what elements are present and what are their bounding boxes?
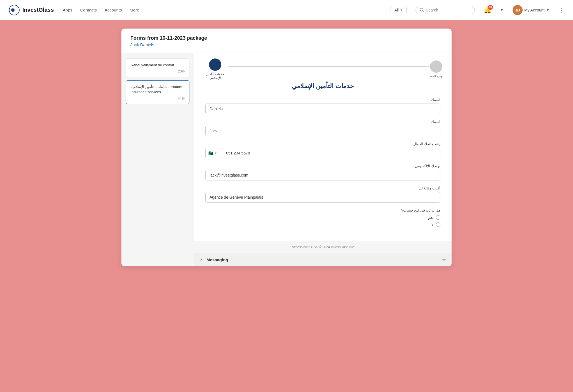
progress-label-1: توقيع العقد <box>429 74 443 78</box>
agency-select[interactable]: Agence de Genève Plainpalais <box>205 192 440 203</box>
radio-label-yes: نعم <box>428 215 434 220</box>
field-label-agency: أقرب وكالة لك <box>205 186 440 190</box>
field-input-firstname[interactable] <box>205 126 440 136</box>
sidebar-item-0[interactable]: Renouvellement de contrat 20% <box>126 58 189 77</box>
phone-input[interactable] <box>222 148 440 158</box>
notification-badge: 10 <box>488 5 493 10</box>
form-footer: Accessibilité RSS © 2024 InvestGlass NV <box>194 241 452 253</box>
card-header: Forms from 16-11-2023 package Jack Danie… <box>121 29 452 53</box>
field-label-account: هل ترغب في فتح حساب؟ <box>205 208 440 212</box>
notifications-button[interactable]: 🔔 10 <box>484 6 491 14</box>
flag-icon: 🇸🇦 <box>208 151 213 155</box>
field-group-email: بريدك الإلكتروني <box>205 164 440 180</box>
nav-link-apps[interactable]: Apps <box>63 8 72 12</box>
my-account-button[interactable]: JD My Account ▼ <box>513 5 549 15</box>
navbar: InvestGlass Apps Contacts Accounts More … <box>0 0 573 20</box>
field-label-phone: رقم هاتفك الجوال <box>205 142 440 146</box>
messaging-toggle-icon[interactable]: ∧ <box>200 257 203 262</box>
nav-link-more[interactable]: More <box>130 8 139 12</box>
nav-links: Apps Contacts Accounts More <box>63 8 139 12</box>
phone-country-select[interactable]: 🇸🇦 ▼ <box>205 148 220 158</box>
messaging-edit-icon[interactable]: ✏ <box>442 257 446 262</box>
form-main-title: خدمات التأمين الإسلامي <box>205 83 440 90</box>
footer-text: Accessibilité RSS © 2024 InvestGlass NV <box>292 245 354 249</box>
field-label-lastname: اسمك <box>205 98 440 102</box>
field-label-email: بريدك الإلكتروني <box>205 164 440 168</box>
field-group-account: هل ترغب في فتح حساب؟ نعم لا <box>205 208 440 227</box>
account-caret-icon: ▼ <box>546 8 549 12</box>
form-area: خدمات التأمين الإسلامي توقيع العقد خدمات… <box>194 53 452 266</box>
phone-row: 🇸🇦 ▼ <box>205 148 440 158</box>
field-group-phone: رقم هاتفك الجوال 🇸🇦 ▼ <box>205 142 440 158</box>
progress-circle-inactive <box>430 60 442 73</box>
sidebar-item-percent-0: 20% <box>131 69 185 73</box>
search-box <box>415 6 475 14</box>
progress-label-0: خدمات التأمين الإسلامي <box>203 72 228 80</box>
messaging-label: Messaging <box>206 257 228 262</box>
sidebar-item-1[interactable]: خدمات التأمين الإسلامية - Islamic insura… <box>126 80 189 104</box>
progress-line <box>228 66 429 67</box>
svg-point-1 <box>11 8 15 12</box>
field-group-lastname: اسمك <box>205 98 440 114</box>
sidebar-item-percent-1: 44% <box>131 97 185 100</box>
sidebar-item-title-1: خدمات التأمين الإسلامية - Islamic insura… <box>131 84 185 95</box>
form-progress-bar: خدمات التأمين الإسلامي توقيع العقد <box>194 53 452 80</box>
radio-item-yes[interactable]: نعم <box>205 215 440 220</box>
radio-item-no[interactable]: لا <box>205 222 440 227</box>
filter-label: All <box>394 8 399 12</box>
main-card: Forms from 16-11-2023 package Jack Danie… <box>121 29 452 266</box>
filter-caret-icon: ▼ <box>400 8 403 12</box>
progress-step-0: خدمات التأمين الإسلامي <box>203 58 228 80</box>
logo-text: InvestGlass <box>22 7 54 13</box>
search-input[interactable] <box>426 8 471 12</box>
radio-group-account: نعم لا <box>205 214 440 227</box>
logo-icon <box>9 5 20 15</box>
form-content: خدمات التأمين الإسلامي اسمك اسمك رقم هات… <box>194 80 452 241</box>
sidebar: Renouvellement de contrat 20% خدمات التأ… <box>121 53 194 266</box>
field-input-lastname[interactable] <box>205 104 440 114</box>
field-label-firstname: اسمك <box>205 120 440 124</box>
hamburger-icon[interactable]: ⋮ <box>558 7 564 13</box>
search-icon <box>420 8 424 12</box>
card-body: Renouvellement de contrat 20% خدمات التأ… <box>121 53 452 266</box>
progress-circle-active <box>209 58 221 71</box>
radio-no[interactable] <box>436 222 440 227</box>
radio-label-no: لا <box>431 222 434 227</box>
phone-caret-icon: ▼ <box>214 152 217 155</box>
nav-link-contacts[interactable]: Contacts <box>80 8 97 12</box>
page-subtitle: Jack Daniels <box>130 42 443 47</box>
field-group-agency: أقرب وكالة لك Agence de Genève Plainpala… <box>205 186 440 203</box>
avatar: JD <box>513 5 523 15</box>
radio-yes[interactable] <box>436 215 440 220</box>
logo-link[interactable]: InvestGlass <box>9 5 54 15</box>
notif-caret-icon[interactable]: ▼ <box>500 8 504 12</box>
page-wrapper: Forms from 16-11-2023 package Jack Danie… <box>0 20 573 392</box>
nav-link-accounts[interactable]: Accounts <box>105 8 122 12</box>
filter-dropdown[interactable]: All ▼ <box>391 6 406 14</box>
my-account-label: My Account <box>524 8 544 12</box>
field-input-email[interactable] <box>205 170 440 180</box>
field-group-firstname: اسمك <box>205 120 440 136</box>
messaging-panel: ∧ Messaging ✏ <box>194 253 452 266</box>
progress-step-1: توقيع العقد <box>429 60 443 78</box>
page-title: Forms from 16-11-2023 package <box>130 35 443 41</box>
sidebar-item-title-0: Renouvellement de contrat <box>131 63 185 68</box>
